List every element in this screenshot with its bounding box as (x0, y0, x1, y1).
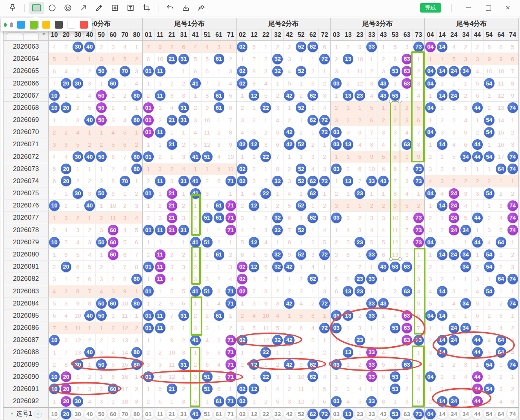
miss-count: 2 (507, 383, 519, 395)
rectangle-tool[interactable] (29, 2, 44, 14)
number-ball: 33 (366, 273, 378, 285)
miss-count: 2 (319, 200, 331, 212)
miss-count: 1 (366, 285, 378, 297)
miss-count: 7 (507, 65, 519, 77)
color-swatch-yellow[interactable] (42, 20, 51, 29)
color-swatch-green[interactable] (29, 20, 38, 29)
miss-count: 4 (342, 224, 354, 236)
lottery-chart-canvas[interactable]: 尾号0分布尾号1分布尾号2分布尾号3分布尾号4分布▾10203040506070… (3, 18, 519, 420)
miss-count: 3 (319, 358, 331, 371)
miss-count: 12 (295, 395, 307, 407)
miss-count: 7 (202, 78, 213, 90)
ellipse-tool[interactable] (44, 2, 60, 14)
number-ball: 22 (260, 371, 272, 383)
number-ball: 33 (366, 310, 378, 322)
maximize-button[interactable] (482, 2, 495, 13)
miss-count: 5 (284, 78, 295, 90)
miss-count: 3 (248, 126, 260, 138)
miss-count: 8 (507, 78, 519, 90)
crop-tool[interactable] (138, 2, 154, 14)
brush-size-small-dot[interactable] (4, 23, 7, 27)
miss-count: 1 (178, 65, 190, 77)
miss-count: 1 (143, 298, 155, 310)
color-swatch-dark-gray[interactable] (54, 20, 64, 29)
emoji-tool[interactable] (60, 2, 76, 14)
miss-count: 7 (413, 322, 425, 334)
number-ball: 40 (84, 310, 96, 322)
download-button[interactable] (178, 2, 194, 14)
toolbar-separator (24, 4, 25, 12)
color-swatch-white[interactable] (67, 20, 76, 29)
number-ball: 63 (401, 261, 413, 273)
number-ball: 14 (436, 334, 448, 346)
share-button[interactable] (194, 2, 209, 14)
number-ball: 14 (436, 285, 448, 297)
miss-count: 2 (425, 151, 436, 163)
miss-count: 15 (119, 358, 131, 371)
undo-button[interactable] (162, 2, 178, 14)
miss-count: 12 (202, 138, 213, 151)
miss-count: 3 (213, 138, 225, 151)
move-up-icon[interactable]: ↑ (10, 411, 14, 418)
color-swatch-red[interactable] (79, 20, 89, 29)
mosaic-tool[interactable] (107, 2, 123, 14)
color-swatch-blue[interactable] (16, 20, 26, 29)
miss-count: 3 (413, 273, 425, 285)
pin-tool[interactable] (5, 2, 20, 14)
miss-count: 4 (84, 249, 96, 261)
miss-count: 2 (202, 310, 213, 322)
issue-label: 2026088 (3, 346, 49, 358)
miss-count: 1 (260, 41, 272, 53)
miss-count: 1 (272, 236, 284, 249)
miss-count: 4 (448, 41, 460, 53)
miss-count: 11 (495, 78, 507, 90)
miss-count: 1 (166, 151, 178, 163)
miss-count: 1 (49, 212, 60, 224)
miss-count: 2 (319, 346, 331, 358)
done-button[interactable]: 完成 (420, 3, 441, 13)
issue-label: 2026074 (3, 175, 49, 187)
number-ball: 50 (96, 236, 107, 249)
number-ball: 41 (190, 175, 202, 187)
miss-count: 1 (155, 285, 166, 297)
miss-count: 4 (213, 151, 225, 163)
number-ball: 14 (436, 310, 448, 322)
text-tool[interactable] (123, 2, 138, 14)
miss-count: 5 (284, 200, 295, 212)
number-ball: 14 (436, 41, 448, 53)
arrow-tool[interactable] (76, 2, 91, 14)
miss-count: 2 (248, 224, 260, 236)
close-button[interactable]: ✕ (501, 2, 515, 13)
miss-count: 2 (49, 261, 60, 273)
miss-count: 2 (131, 383, 143, 395)
miss-count: 2 (413, 358, 425, 371)
miss-count: 8 (119, 273, 131, 285)
miss-count: 4 (378, 224, 389, 236)
selectable-number: 11 (155, 408, 166, 420)
miss-count: 5 (378, 358, 389, 371)
miss-count: 1 (331, 90, 342, 102)
miss-count: 2 (72, 65, 84, 77)
issue-label: 2026070 (3, 126, 49, 138)
number-ball: 01 (143, 322, 155, 334)
number-ball: 02 (237, 273, 249, 285)
miss-count: 6 (260, 261, 272, 273)
number-ball: 01 (143, 285, 155, 297)
miss-count: 8 (366, 138, 378, 151)
pencil-tool[interactable] (91, 2, 107, 14)
brush-size-large-dot[interactable] (10, 22, 13, 27)
clear-selection-icon[interactable]: ✕ (35, 411, 42, 418)
number-ball: 02 (237, 41, 249, 53)
miss-count: 1 (190, 346, 202, 358)
number-ball: 50 (96, 310, 107, 322)
miss-count: 4 (248, 187, 260, 200)
miss-count: 5 (448, 310, 460, 322)
miss-count: 5 (72, 249, 84, 261)
miss-count: 3 (60, 138, 72, 151)
miss-count: 2 (436, 163, 448, 175)
minimize-button[interactable] (462, 2, 475, 13)
miss-count: 4 (389, 310, 401, 322)
dropdown-caret-icon[interactable]: ▾ (42, 31, 45, 37)
miss-count: 3 (460, 358, 472, 371)
number-ball: 04 (425, 310, 436, 322)
